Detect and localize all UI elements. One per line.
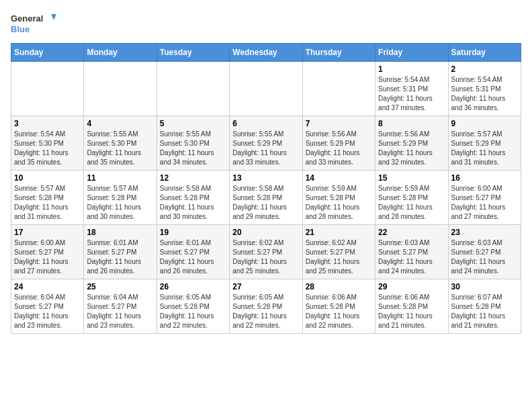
day-info: Sunrise: 6:02 AM Sunset: 5:27 PM Dayligh… <box>306 238 372 276</box>
day-info: Sunrise: 6:01 AM Sunset: 5:27 PM Dayligh… <box>160 238 226 276</box>
day-number: 19 <box>160 228 226 237</box>
day-number: 20 <box>232 228 299 237</box>
day-info: Sunrise: 6:04 AM Sunset: 5:27 PM Dayligh… <box>14 293 81 330</box>
day-number: 28 <box>306 282 372 291</box>
day-number: 21 <box>306 228 372 237</box>
calendar-day-cell <box>157 62 229 116</box>
weekday-header-cell: Monday <box>84 44 157 62</box>
day-info: Sunrise: 5:54 AM Sunset: 5:30 PM Dayligh… <box>14 130 81 167</box>
day-info: Sunrise: 5:55 AM Sunset: 5:29 PM Dayligh… <box>232 130 299 167</box>
day-info: Sunrise: 5:57 AM Sunset: 5:28 PM Dayligh… <box>87 184 153 222</box>
day-number: 8 <box>378 119 445 128</box>
day-number: 10 <box>14 173 81 183</box>
calendar-day-cell: 14Sunrise: 5:59 AM Sunset: 5:28 PM Dayli… <box>302 171 375 225</box>
day-info: Sunrise: 6:05 AM Sunset: 5:28 PM Dayligh… <box>160 293 226 330</box>
calendar-day-cell <box>302 62 375 116</box>
day-info: Sunrise: 6:04 AM Sunset: 5:27 PM Dayligh… <box>87 293 153 330</box>
calendar-day-cell: 23Sunrise: 6:03 AM Sunset: 5:27 PM Dayli… <box>448 225 521 279</box>
calendar-week-row: 24Sunrise: 6:04 AM Sunset: 5:27 PM Dayli… <box>11 279 521 334</box>
calendar-day-cell: 29Sunrise: 6:06 AM Sunset: 5:28 PM Dayli… <box>375 279 448 334</box>
calendar-day-cell: 2Sunrise: 5:54 AM Sunset: 5:31 PM Daylig… <box>448 62 521 116</box>
day-info: Sunrise: 5:54 AM Sunset: 5:31 PM Dayligh… <box>378 75 445 113</box>
calendar-day-cell: 26Sunrise: 6:05 AM Sunset: 5:28 PM Dayli… <box>157 279 229 334</box>
day-number: 11 <box>87 173 153 183</box>
day-number: 6 <box>232 119 299 128</box>
day-info: Sunrise: 5:57 AM Sunset: 5:29 PM Dayligh… <box>451 130 518 167</box>
day-number: 30 <box>451 282 518 291</box>
calendar-day-cell: 4Sunrise: 5:55 AM Sunset: 5:30 PM Daylig… <box>84 116 157 171</box>
day-info: Sunrise: 5:55 AM Sunset: 5:30 PM Dayligh… <box>160 130 226 167</box>
calendar-day-cell: 11Sunrise: 5:57 AM Sunset: 5:28 PM Dayli… <box>84 171 157 225</box>
calendar-week-row: 10Sunrise: 5:57 AM Sunset: 5:28 PM Dayli… <box>11 171 521 225</box>
day-number: 27 <box>232 282 299 291</box>
day-number: 17 <box>14 228 81 237</box>
day-info: Sunrise: 6:03 AM Sunset: 5:27 PM Dayligh… <box>378 238 445 276</box>
day-info: Sunrise: 5:54 AM Sunset: 5:31 PM Dayligh… <box>451 75 518 113</box>
calendar-day-cell: 3Sunrise: 5:54 AM Sunset: 5:30 PM Daylig… <box>11 116 84 171</box>
weekday-header-cell: Saturday <box>448 44 521 62</box>
weekday-header-cell: Friday <box>375 44 448 62</box>
logo: General Blue <box>11 11 58 38</box>
day-number: 18 <box>87 228 153 237</box>
calendar-week-row: 3Sunrise: 5:54 AM Sunset: 5:30 PM Daylig… <box>11 116 521 171</box>
calendar: SundayMondayTuesdayWednesdayThursdayFrid… <box>11 43 521 334</box>
calendar-body: 1Sunrise: 5:54 AM Sunset: 5:31 PM Daylig… <box>11 62 521 334</box>
day-number: 29 <box>378 282 445 291</box>
day-info: Sunrise: 5:56 AM Sunset: 5:29 PM Dayligh… <box>378 130 445 167</box>
calendar-day-cell <box>84 62 157 116</box>
day-info: Sunrise: 6:00 AM Sunset: 5:27 PM Dayligh… <box>451 184 518 222</box>
day-number: 9 <box>451 119 518 128</box>
calendar-day-cell: 7Sunrise: 5:56 AM Sunset: 5:29 PM Daylig… <box>302 116 375 171</box>
calendar-day-cell: 24Sunrise: 6:04 AM Sunset: 5:27 PM Dayli… <box>11 279 84 334</box>
day-number: 24 <box>14 282 81 291</box>
day-info: Sunrise: 5:56 AM Sunset: 5:29 PM Dayligh… <box>306 130 372 167</box>
calendar-day-cell: 10Sunrise: 5:57 AM Sunset: 5:28 PM Dayli… <box>11 171 84 225</box>
day-info: Sunrise: 6:06 AM Sunset: 5:28 PM Dayligh… <box>378 293 445 330</box>
calendar-day-cell: 28Sunrise: 6:06 AM Sunset: 5:28 PM Dayli… <box>302 279 375 334</box>
calendar-day-cell <box>230 62 302 116</box>
day-info: Sunrise: 5:59 AM Sunset: 5:28 PM Dayligh… <box>306 184 372 222</box>
calendar-day-cell: 15Sunrise: 5:59 AM Sunset: 5:28 PM Dayli… <box>375 171 448 225</box>
day-number: 26 <box>160 282 226 291</box>
day-number: 22 <box>378 228 445 237</box>
calendar-day-cell: 6Sunrise: 5:55 AM Sunset: 5:29 PM Daylig… <box>230 116 302 171</box>
day-number: 16 <box>451 173 518 183</box>
day-number: 1 <box>378 64 445 74</box>
calendar-week-row: 17Sunrise: 6:00 AM Sunset: 5:27 PM Dayli… <box>11 225 521 279</box>
day-info: Sunrise: 6:06 AM Sunset: 5:28 PM Dayligh… <box>306 293 372 330</box>
calendar-day-cell: 17Sunrise: 6:00 AM Sunset: 5:27 PM Dayli… <box>11 225 84 279</box>
day-number: 25 <box>87 282 153 291</box>
calendar-day-cell: 16Sunrise: 6:00 AM Sunset: 5:27 PM Dayli… <box>448 171 521 225</box>
day-number: 14 <box>306 173 372 183</box>
calendar-day-cell: 1Sunrise: 5:54 AM Sunset: 5:31 PM Daylig… <box>375 62 448 116</box>
day-info: Sunrise: 5:58 AM Sunset: 5:28 PM Dayligh… <box>232 184 299 222</box>
day-number: 3 <box>14 119 81 128</box>
calendar-day-cell: 27Sunrise: 6:05 AM Sunset: 5:28 PM Dayli… <box>230 279 302 334</box>
day-number: 13 <box>232 173 299 183</box>
day-info: Sunrise: 5:57 AM Sunset: 5:28 PM Dayligh… <box>14 184 81 222</box>
weekday-header-cell: Thursday <box>302 44 375 62</box>
calendar-day-cell: 5Sunrise: 5:55 AM Sunset: 5:30 PM Daylig… <box>157 116 229 171</box>
calendar-day-cell: 22Sunrise: 6:03 AM Sunset: 5:27 PM Dayli… <box>375 225 448 279</box>
calendar-day-cell: 25Sunrise: 6:04 AM Sunset: 5:27 PM Dayli… <box>84 279 157 334</box>
day-number: 2 <box>451 64 518 74</box>
day-number: 5 <box>160 119 226 128</box>
calendar-day-cell: 9Sunrise: 5:57 AM Sunset: 5:29 PM Daylig… <box>448 116 521 171</box>
weekday-header-row: SundayMondayTuesdayWednesdayThursdayFrid… <box>11 44 521 62</box>
calendar-day-cell: 8Sunrise: 5:56 AM Sunset: 5:29 PM Daylig… <box>375 116 448 171</box>
day-number: 23 <box>451 228 518 237</box>
day-info: Sunrise: 6:00 AM Sunset: 5:27 PM Dayligh… <box>14 238 81 276</box>
day-info: Sunrise: 6:01 AM Sunset: 5:27 PM Dayligh… <box>87 238 153 276</box>
calendar-day-cell: 21Sunrise: 6:02 AM Sunset: 5:27 PM Dayli… <box>302 225 375 279</box>
page-header: General Blue <box>11 11 521 38</box>
logo-svg: General Blue <box>11 11 58 38</box>
svg-marker-2 <box>51 14 56 20</box>
day-number: 15 <box>378 173 445 183</box>
day-info: Sunrise: 6:05 AM Sunset: 5:28 PM Dayligh… <box>232 293 299 330</box>
calendar-day-cell <box>11 62 84 116</box>
calendar-day-cell: 13Sunrise: 5:58 AM Sunset: 5:28 PM Dayli… <box>230 171 302 225</box>
day-number: 4 <box>87 119 153 128</box>
day-number: 7 <box>306 119 372 128</box>
weekday-header-cell: Wednesday <box>230 44 302 62</box>
day-info: Sunrise: 5:59 AM Sunset: 5:28 PM Dayligh… <box>378 184 445 222</box>
